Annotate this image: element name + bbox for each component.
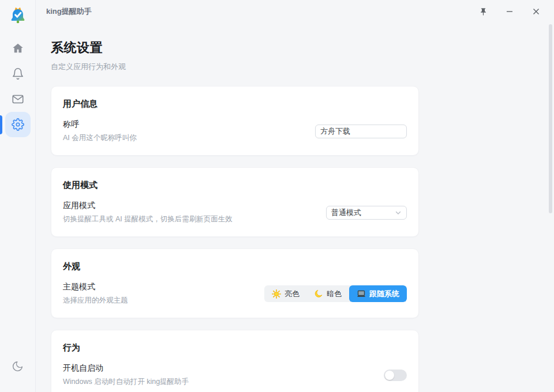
card-behavior: 行为 开机自启动 Windows 启动时自动打开 king提醒助手 关闭时最小化… — [51, 330, 419, 392]
setting-label: 称呼 — [63, 119, 137, 130]
home-icon — [12, 42, 24, 55]
setting-label: 应用模式 — [63, 201, 233, 211]
card-title: 外观 — [63, 261, 407, 272]
toggle-knob — [385, 371, 394, 380]
close-button[interactable] — [523, 0, 549, 23]
minimize-icon — [506, 7, 514, 16]
sidebar-item-messages[interactable] — [5, 86, 31, 112]
minimize-button[interactable] — [496, 0, 523, 23]
sidebar-item-notifications[interactable] — [5, 61, 31, 86]
nickname-input[interactable] — [315, 125, 407, 138]
card-title: 用户信息 — [63, 99, 407, 110]
crescent-moon-icon — [315, 289, 323, 298]
theme-option-light[interactable]: 亮色 — [264, 285, 307, 302]
active-nav-indicator — [0, 115, 2, 134]
segment-label: 暗色 — [327, 289, 342, 299]
card-usage-mode: 使用模式 应用模式 切换提醒工具或 AI 提醒模式，切换后需刷新页面生效 普通模… — [51, 167, 419, 237]
gear-icon — [12, 118, 24, 131]
mail-icon — [12, 93, 24, 105]
theme-toggle-button[interactable] — [5, 353, 31, 379]
setting-description: Windows 启动时自动打开 king提醒助手 — [63, 377, 189, 387]
segment-label: 亮色 — [285, 289, 300, 299]
pin-button[interactable] — [470, 0, 496, 23]
setting-row-theme-mode: 主题模式 选择应用的外观主题 — [63, 282, 407, 306]
sidebar — [0, 0, 36, 392]
app-mode-select[interactable]: 普通模式 — [326, 206, 407, 220]
page-subtitle: 自定义应用行为和外观 — [51, 62, 554, 72]
card-appearance: 外观 主题模式 选择应用的外观主题 — [51, 248, 419, 318]
card-user-info: 用户信息 称呼 AI 会用这个昵称呼叫你 — [51, 86, 419, 156]
app-title: king提醒助手 — [46, 6, 92, 17]
laptop-icon — [357, 289, 366, 299]
page-title: 系统设置 — [51, 39, 554, 56]
segment-label: 跟随系统 — [369, 289, 399, 299]
setting-label: 开机自启动 — [63, 363, 189, 374]
setting-description: 选择应用的外观主题 — [63, 296, 128, 306]
setting-row-app-mode: 应用模式 切换提醒工具或 AI 提醒模式，切换后需刷新页面生效 普通模式 — [63, 201, 407, 224]
close-icon — [532, 7, 540, 16]
setting-label: 主题模式 — [63, 282, 128, 292]
window-controls — [470, 0, 549, 23]
settings-page: 系统设置 自定义应用行为和外观 用户信息 称呼 AI 会用这个昵称呼叫你 使用模… — [36, 23, 554, 392]
bell-icon — [12, 67, 24, 80]
setting-description: AI 会用这个昵称呼叫你 — [63, 133, 137, 143]
theme-option-dark[interactable]: 暗色 — [307, 285, 349, 302]
card-title: 行为 — [63, 342, 407, 353]
app-logo-icon — [8, 5, 28, 25]
pin-icon — [479, 7, 488, 16]
select-value: 普通模式 — [331, 208, 361, 218]
theme-option-system[interactable]: 跟随系统 — [349, 285, 407, 302]
titlebar: king提醒助手 — [36, 0, 554, 23]
sun-icon — [272, 289, 281, 299]
sidebar-item-settings[interactable] — [5, 112, 31, 137]
sidebar-item-home[interactable] — [5, 36, 31, 61]
chevron-down-icon — [395, 209, 402, 216]
moon-icon — [12, 360, 24, 372]
scrollbar-thumb[interactable] — [549, 24, 552, 213]
setting-row-autostart: 开机自启动 Windows 启动时自动打开 king提醒助手 — [63, 363, 407, 387]
setting-row-nickname: 称呼 AI 会用这个昵称呼叫你 — [63, 119, 407, 143]
setting-description: 切换提醒工具或 AI 提醒模式，切换后需刷新页面生效 — [63, 214, 233, 224]
autostart-toggle[interactable] — [384, 370, 407, 381]
theme-segmented-control: 亮色 暗色 — [264, 285, 407, 302]
card-title: 使用模式 — [63, 180, 407, 191]
